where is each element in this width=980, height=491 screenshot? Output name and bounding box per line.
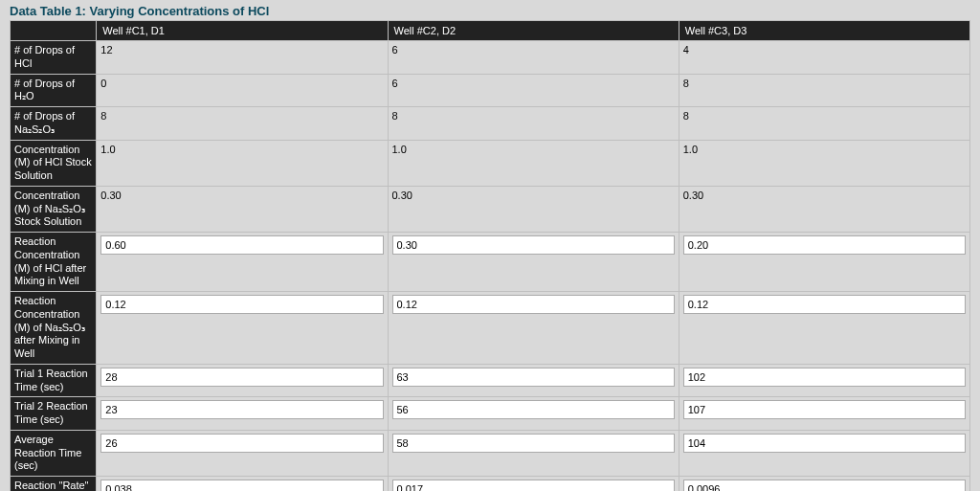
table-row: # of Drops of HCl1264 xyxy=(11,41,970,75)
table-row: # of Drops of Na₂S₂O₃888 xyxy=(11,107,970,141)
header-c3: Well #C3, D3 xyxy=(679,21,969,41)
value-input[interactable] xyxy=(100,480,383,491)
row-label: Trial 2 Reaction Time (sec) xyxy=(11,397,97,431)
value-input[interactable] xyxy=(100,368,383,387)
static-value: 1.0 xyxy=(100,144,115,155)
value-input[interactable] xyxy=(683,368,966,387)
cell xyxy=(388,430,679,476)
cell: 12 xyxy=(97,41,388,75)
cell xyxy=(679,477,969,492)
value-input[interactable] xyxy=(100,400,383,419)
static-value: 1.0 xyxy=(392,144,407,155)
static-value: 8 xyxy=(683,78,689,89)
static-value: 12 xyxy=(100,44,112,56)
value-input[interactable] xyxy=(683,480,966,491)
cell xyxy=(97,364,388,397)
cell: 0 xyxy=(97,74,388,107)
cell xyxy=(388,364,679,397)
row-label: # of Drops of H₂O xyxy=(11,74,97,107)
cell xyxy=(388,233,679,292)
static-value: 1.0 xyxy=(683,144,698,155)
cell xyxy=(97,477,388,492)
static-value: 6 xyxy=(392,78,398,89)
table-row: Average Reaction Time (sec) xyxy=(11,430,970,476)
static-value: 0.30 xyxy=(100,190,121,201)
table-row: Reaction Concentration (M) of HCl after … xyxy=(11,233,970,292)
header-row: Well #C1, D1 Well #C2, D2 Well #C3, D3 xyxy=(11,21,970,41)
data-table: Well #C1, D1 Well #C2, D2 Well #C3, D3 #… xyxy=(10,20,970,491)
value-input[interactable] xyxy=(392,235,675,255)
cell: 6 xyxy=(388,74,679,107)
cell xyxy=(679,397,969,431)
value-input[interactable] xyxy=(683,235,966,255)
static-value: 8 xyxy=(392,110,398,122)
value-input[interactable] xyxy=(392,480,675,491)
cell xyxy=(97,233,388,292)
row-label: Average Reaction Time (sec) xyxy=(11,430,97,476)
cell: 1.0 xyxy=(97,140,388,186)
cell xyxy=(679,233,969,292)
cell: 0.30 xyxy=(97,186,388,232)
cell xyxy=(388,477,679,492)
row-label: Concentration (M) of Na₂S₂O₃ Stock Solut… xyxy=(11,186,97,232)
cell: 0.30 xyxy=(679,186,969,232)
value-input[interactable] xyxy=(100,235,383,255)
row-label: # of Drops of Na₂S₂O₃ xyxy=(11,107,97,141)
header-c1: Well #C1, D1 xyxy=(97,21,388,41)
cell: 1.0 xyxy=(679,140,969,186)
cell: 6 xyxy=(388,41,679,75)
static-value: 8 xyxy=(683,110,689,122)
cell: 4 xyxy=(679,41,969,75)
row-label: # of Drops of HCl xyxy=(11,41,97,75)
cell: 1.0 xyxy=(388,140,679,186)
cell: 8 xyxy=(679,74,969,107)
value-input[interactable] xyxy=(392,295,675,314)
table-row: Trial 1 Reaction Time (sec) xyxy=(11,364,970,397)
static-value: 6 xyxy=(392,44,398,56)
cell xyxy=(388,397,679,431)
cell xyxy=(679,364,969,397)
value-input[interactable] xyxy=(392,368,675,387)
value-input[interactable] xyxy=(683,400,966,419)
row-label: Reaction Concentration (M) of HCl after … xyxy=(11,233,97,292)
table-row: Concentration (M) of HCl Stock Solution1… xyxy=(11,140,970,186)
row-label: Concentration (M) of HCl Stock Solution xyxy=(11,140,97,186)
row-label: Reaction Concentration (M) of Na₂S₂O₃ af… xyxy=(11,292,97,365)
static-value: 4 xyxy=(683,44,689,56)
cell: 8 xyxy=(388,107,679,141)
cell: 8 xyxy=(679,107,969,141)
table-title: Data Table 1: Varying Concentrations of … xyxy=(10,4,970,18)
cell: 8 xyxy=(97,107,388,141)
value-input[interactable] xyxy=(683,434,966,453)
value-input[interactable] xyxy=(100,295,383,314)
value-input[interactable] xyxy=(392,434,675,453)
cell xyxy=(97,430,388,476)
static-value: 0.30 xyxy=(392,190,412,201)
cell: 0.30 xyxy=(388,186,679,232)
value-input[interactable] xyxy=(392,400,675,419)
row-label: Trial 1 Reaction Time (sec) xyxy=(11,364,97,397)
header-c2: Well #C2, D2 xyxy=(388,21,679,41)
table-row: # of Drops of H₂O068 xyxy=(11,74,970,107)
header-blank xyxy=(11,21,97,41)
cell xyxy=(679,430,969,476)
value-input[interactable] xyxy=(683,295,966,314)
value-input[interactable] xyxy=(100,434,383,453)
table-row: Reaction Concentration (M) of Na₂S₂O₃ af… xyxy=(11,292,970,365)
cell xyxy=(388,292,679,365)
table-row: Concentration (M) of Na₂S₂O₃ Stock Solut… xyxy=(11,186,970,232)
row-label: Reaction "Rate" (sec⁻¹) xyxy=(11,477,97,492)
table-row: Trial 2 Reaction Time (sec) xyxy=(11,397,970,431)
cell xyxy=(97,292,388,365)
static-value: 0.30 xyxy=(683,190,703,201)
cell xyxy=(97,397,388,431)
cell xyxy=(679,292,969,365)
table-row: Reaction "Rate" (sec⁻¹) xyxy=(11,477,970,492)
static-value: 8 xyxy=(100,110,106,122)
static-value: 0 xyxy=(100,78,106,89)
